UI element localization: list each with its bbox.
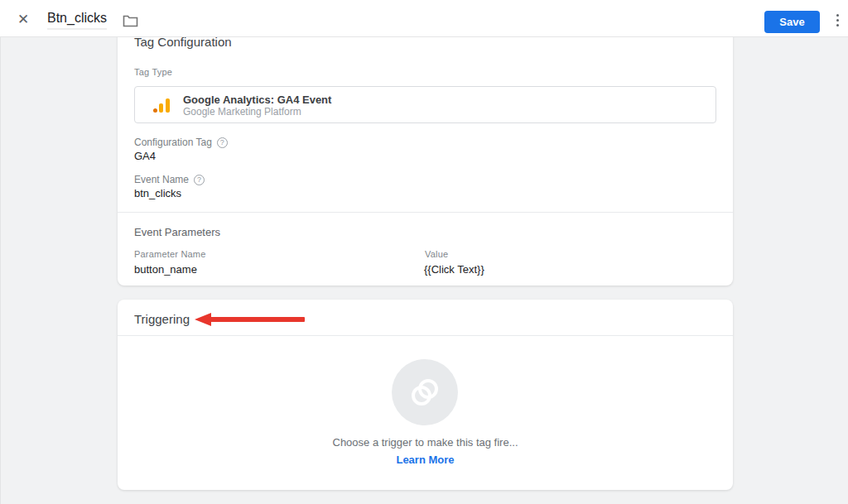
parameter-name-cell: button_name — [134, 263, 197, 276]
value-column-header: Value — [425, 249, 448, 259]
configuration-tag-label: Configuration Tag? — [134, 137, 228, 148]
window-left-edge — [0, 37, 1, 504]
add-trigger-button[interactable] — [392, 359, 458, 425]
close-icon[interactable]: ✕ — [15, 12, 31, 28]
event-name-value: btn_clicks — [134, 187, 181, 199]
parameter-name-column-header: Parameter Name — [134, 249, 206, 259]
tag-type-selector[interactable]: Google Analytics: GA4 Event Google Marke… — [134, 86, 716, 123]
configuration-tag-value: GA4 — [134, 150, 156, 162]
learn-more-link[interactable]: Learn More — [118, 454, 733, 466]
google-analytics-icon — [152, 97, 170, 114]
trigger-placeholder-text: Choose a trigger to make this tag fire..… — [118, 436, 733, 449]
kebab-menu-icon[interactable] — [830, 12, 845, 30]
tag-type-platform: Google Marketing Platform — [183, 106, 301, 118]
tag-type-name: Google Analytics: GA4 Event — [183, 94, 331, 106]
header-bar: ✕ Btn_clicks Save — [0, 0, 848, 37]
parameter-value-cell: {{Click Text}} — [424, 263, 484, 276]
section-divider — [118, 212, 733, 213]
tag-configuration-card: Tag Configuration Tag Type Google Analyt… — [118, 29, 733, 286]
triggering-card: Triggering Choose a trigger to make this… — [118, 300, 733, 490]
event-parameters-heading: Event Parameters — [134, 226, 220, 238]
red-annotation-arrow — [195, 313, 305, 326]
triggering-heading: Triggering — [134, 312, 190, 326]
gtm-tag-editor-window: ✕ Btn_clicks Save Tag Configuration Tag … — [0, 0, 848, 504]
tag-name-title[interactable]: Btn_clicks — [47, 11, 107, 30]
folder-icon[interactable] — [123, 14, 139, 29]
help-icon[interactable]: ? — [217, 137, 228, 148]
tag-type-label: Tag Type — [134, 67, 172, 77]
event-name-label: Event Name? — [134, 174, 205, 185]
save-button[interactable]: Save — [764, 11, 820, 33]
section-divider — [118, 335, 733, 336]
help-icon[interactable]: ? — [194, 175, 205, 185]
trigger-circles-icon — [408, 376, 441, 409]
